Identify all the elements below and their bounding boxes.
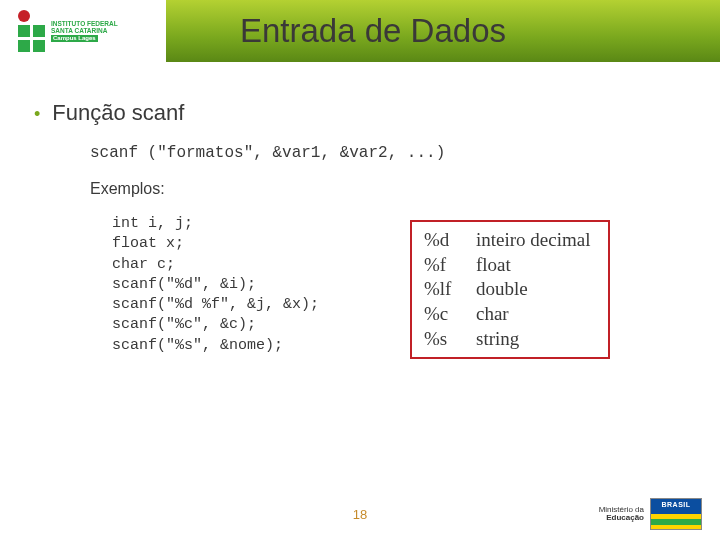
example-code-block: int i, j; float x; char c; scanf("%d", &… xyxy=(112,214,402,356)
brasil-flag-icon xyxy=(650,498,702,530)
bullet-item: • Função scanf xyxy=(34,100,676,126)
fmt-desc: inteiro decimal xyxy=(476,228,590,253)
page-number: 18 xyxy=(353,507,367,522)
ministry-label: Ministério da Educação xyxy=(599,506,644,522)
table-row: %d inteiro decimal xyxy=(424,228,590,253)
logo-line3: Campus Lages xyxy=(51,35,98,42)
fmt-code: %d xyxy=(424,228,476,253)
logo-line2: SANTA CATARINA xyxy=(51,27,118,34)
format-specifier-box: %d inteiro decimal %f float %lf double %… xyxy=(410,220,610,359)
slide-content: • Função scanf scanf ("formatos", &var1,… xyxy=(0,62,720,359)
footer-logo: Ministério da Educação xyxy=(599,498,702,530)
examples-heading: Exemplos: xyxy=(90,180,676,198)
fmt-code: %s xyxy=(424,327,476,352)
table-row: %lf double xyxy=(424,277,590,302)
fmt-desc: char xyxy=(476,302,509,327)
bullet-icon: • xyxy=(34,105,40,123)
slide-title: Entrada de Dados xyxy=(240,12,506,50)
institution-logo: INSTITUTO FEDERAL SANTA CATARINA Campus … xyxy=(0,0,166,62)
slide-header: INSTITUTO FEDERAL SANTA CATARINA Campus … xyxy=(0,0,720,62)
fmt-desc: float xyxy=(476,253,511,278)
logo-line1: INSTITUTO FEDERAL xyxy=(51,20,118,27)
table-row: %s string xyxy=(424,327,590,352)
table-row: %c char xyxy=(424,302,590,327)
syntax-code: scanf ("formatos", &var1, &var2, ...) xyxy=(90,144,676,162)
fmt-desc: string xyxy=(476,327,519,352)
bullet-label: Função scanf xyxy=(52,100,184,126)
fmt-code: %lf xyxy=(424,277,476,302)
fmt-code: %f xyxy=(424,253,476,278)
fmt-desc: double xyxy=(476,277,528,302)
examples-row: int i, j; float x; char c; scanf("%d", &… xyxy=(112,214,676,359)
fmt-code: %c xyxy=(424,302,476,327)
logo-icon xyxy=(18,10,45,52)
logo-text: INSTITUTO FEDERAL SANTA CATARINA Campus … xyxy=(51,20,118,42)
ministry-line2: Educação xyxy=(599,514,644,522)
table-row: %f float xyxy=(424,253,590,278)
